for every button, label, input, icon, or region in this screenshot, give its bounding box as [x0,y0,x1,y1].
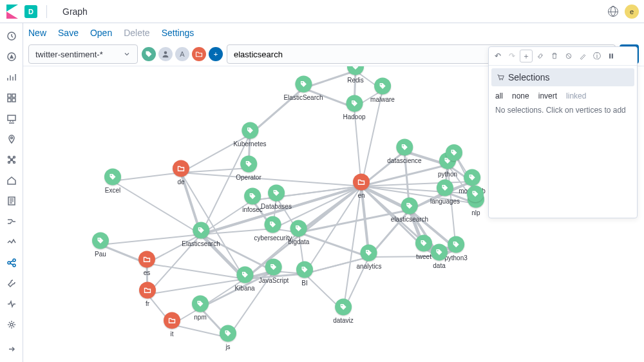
field-pill[interactable] [142,47,156,61]
kibana-logo-icon[interactable] [5,5,19,19]
graph-node[interactable]: infosec [242,188,263,213]
graph-node[interactable]: cybersecurity [254,216,292,242]
graph-node[interactable]: Hadoop [343,95,365,120]
collapse-nav-icon[interactable] [6,344,17,354]
tab-all[interactable]: all [495,91,503,100]
graph-node[interactable]: JavaScript [259,259,289,284]
graph-node[interactable]: js [220,325,236,350]
nav-uptime-icon[interactable] [6,237,17,247]
field-pill[interactable] [158,47,173,61]
graph-node[interactable]: Excel [104,169,121,194]
block-icon[interactable] [562,50,575,62]
graph-node[interactable]: languages [430,180,460,205]
graph-node[interactable]: python3 [444,236,468,262]
nav-ml-icon[interactable] [6,155,17,165]
graph-edge[interactable] [201,135,250,234]
menu-settings[interactable]: Settings [162,28,194,38]
nav-dashboard-icon[interactable] [6,93,17,103]
tab-invert[interactable]: invert [538,91,557,100]
nav-management-icon[interactable] [6,319,17,330]
folder-icon [139,282,156,299]
nav-graph-icon[interactable] [6,258,17,268]
nav-monitoring-icon[interactable] [6,299,17,309]
graph-node[interactable]: bigdata [289,220,310,245]
graph-edge[interactable] [113,173,181,181]
tag-icon [192,296,209,312]
cart-icon [497,73,504,81]
graph-node[interactable]: en [353,174,370,199]
user-avatar[interactable]: e [625,5,639,19]
nav-logs-icon[interactable] [6,196,17,206]
selections-panel: ↶ ↷ ＋ ⓘ Selections all none invert linke… [488,46,638,218]
svg-point-44 [437,250,439,251]
menu-save[interactable]: Save [58,28,79,38]
field-pill[interactable]: + [209,47,223,61]
node-label: Redis [347,77,364,84]
graph-node[interactable]: data [431,244,448,269]
divider [46,5,47,18]
graph-node[interactable] [446,144,462,161]
graph-node[interactable]: it [164,312,180,338]
space-selector[interactable]: D [24,5,37,18]
field-pill[interactable]: A [175,47,189,61]
graph-node[interactable]: Kubernetes [233,122,266,148]
undo-icon[interactable]: ↶ [491,50,504,62]
nav-infra-icon[interactable] [6,175,17,186]
graph-node[interactable]: Operator [236,156,261,181]
menu-open[interactable]: Open [90,28,112,38]
redo-icon[interactable]: ↷ [506,50,518,62]
tab-none[interactable]: none [512,91,529,100]
node-label: Excel [104,187,121,194]
news-feed-icon[interactable] [608,6,618,17]
graph-node[interactable]: malware [370,78,395,103]
graph-node[interactable]: Databases [261,185,292,210]
expand-icon[interactable]: ＋ [520,50,533,62]
graph-node[interactable]: Pau [92,233,109,258]
graph-node[interactable]: ElasticSearch [283,76,323,101]
graph-node[interactable]: BI [296,262,313,287]
node-label: Elasticsearch [182,240,220,247]
svg-point-56 [502,79,503,81]
trash-icon[interactable] [548,50,561,62]
node-label: cybersecurity [254,234,292,242]
svg-point-46 [303,267,304,269]
graph-node[interactable]: Elasticsearch [182,222,220,247]
breadcrumb[interactable]: Graph [62,6,88,17]
svg-point-7 [10,137,12,139]
graph-node[interactable]: dataviz [333,299,354,324]
nav-canvas-icon[interactable] [6,113,17,124]
node-label: Databases [261,203,292,210]
svg-point-27 [111,175,112,176]
node-label: bigdata [289,238,310,245]
drill-icon[interactable]: ⓘ [591,50,603,62]
graph-node[interactable]: Redis [347,66,364,84]
graph-node[interactable]: analytics [357,245,382,270]
graph-node[interactable]: fr [139,282,156,307]
graph-node[interactable]: Kibana [234,267,254,292]
nav-maps-icon[interactable] [6,134,17,144]
index-pattern-select[interactable]: twitter-sentiment-* [28,44,138,64]
tag-icon [374,78,391,95]
nav-dev-tools-icon[interactable] [6,278,17,289]
style-icon[interactable] [576,50,589,62]
menu-new[interactable]: New [28,28,46,38]
node-label: nlp [468,209,484,216]
tag-icon [446,144,462,161]
graph-node[interactable]: tweet [415,235,432,260]
graph-node[interactable]: npm [192,296,209,321]
tag-icon [290,220,307,237]
pause-icon[interactable] [605,50,618,62]
graph-node[interactable]: datascience [387,139,421,164]
graph-node[interactable]: de [173,160,189,186]
nav-recent-icon[interactable] [6,31,17,41]
field-pill[interactable] [192,47,206,61]
nav-apm-icon[interactable] [6,216,17,227]
svg-point-47 [272,265,273,266]
svg-point-41 [99,238,100,240]
graph-node[interactable] [467,186,484,202]
nav-visualize-icon[interactable] [6,72,17,82]
graph-node[interactable]: elasticsearch [391,198,428,223]
link-icon[interactable] [534,50,547,62]
graph-node[interactable]: es [138,251,155,276]
nav-discover-icon[interactable] [6,52,17,62]
